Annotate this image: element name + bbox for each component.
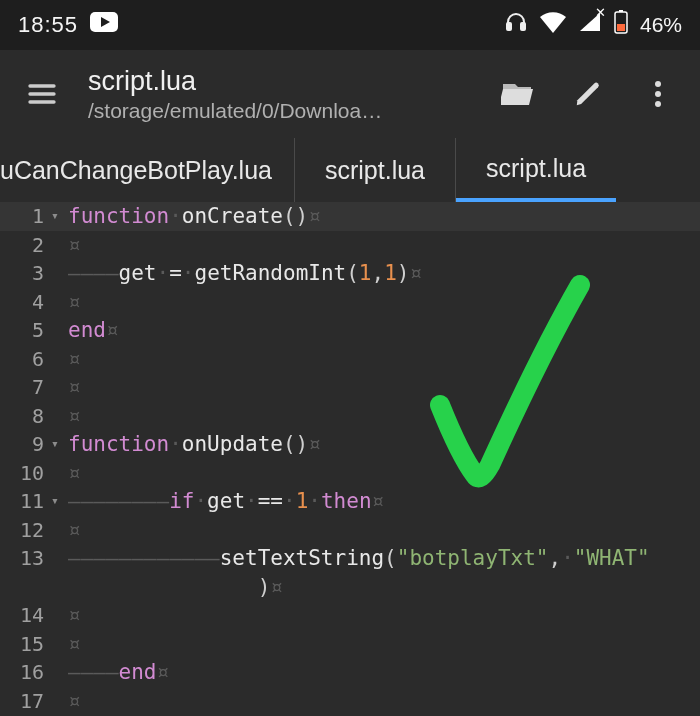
page-title: script.lua (88, 66, 472, 97)
code-content[interactable]: ————————if·get·==·1·then¤ (64, 487, 700, 516)
overflow-menu-button[interactable] (634, 70, 682, 118)
line-number: 16 (0, 658, 46, 687)
tab-label: script.lua (325, 156, 425, 185)
code-line[interactable]: 7¤ (0, 373, 700, 402)
line-number: 10 (0, 459, 46, 488)
line-number: 11 (0, 487, 46, 516)
tab-script-1[interactable]: script.lua (295, 138, 456, 202)
code-line[interactable]: 8¤ (0, 402, 700, 431)
code-editor[interactable]: 1▾function·onCreate()¤2¤3————get·=·getRa… (0, 202, 700, 716)
open-folder-button[interactable] (494, 70, 542, 118)
code-content[interactable]: ¤ (64, 402, 700, 431)
tab-bar: uCanChangeBotPlay.lua script.lua script.… (0, 138, 700, 202)
edit-button[interactable] (564, 70, 612, 118)
code-line[interactable]: 3————get·=·getRandomInt(1,1)¤ (0, 259, 700, 288)
code-content[interactable]: ¤ (64, 601, 700, 630)
code-content[interactable]: ¤ (64, 288, 700, 317)
line-number: 8 (0, 402, 46, 431)
code-line[interactable]: )¤ (0, 573, 700, 602)
line-number: 1 (0, 202, 46, 231)
line-number: 7 (0, 373, 46, 402)
app-bar: script.lua /storage/emulated/0/Downloa… (0, 50, 700, 138)
line-number: 12 (0, 516, 46, 545)
code-content[interactable]: ¤ (64, 630, 700, 659)
code-content[interactable]: end¤ (64, 316, 700, 345)
code-line[interactable]: 16————end¤ (0, 658, 700, 687)
fold-marker[interactable]: ▾ (46, 487, 64, 516)
headset-icon (504, 10, 528, 40)
code-content[interactable]: ¤ (64, 345, 700, 374)
youtube-icon (90, 12, 118, 38)
code-content[interactable]: ————————————setTextString("botplayTxt",·… (64, 544, 700, 573)
code-line[interactable]: 4¤ (0, 288, 700, 317)
code-line[interactable]: 12¤ (0, 516, 700, 545)
code-line[interactable]: 1▾function·onCreate()¤ (0, 202, 700, 231)
line-number: 15 (0, 630, 46, 659)
svg-point-10 (655, 101, 661, 107)
tab-script-2[interactable]: script.lua (456, 138, 616, 202)
line-number: 3 (0, 259, 46, 288)
line-number: 4 (0, 288, 46, 317)
clock: 18:55 (18, 12, 78, 38)
code-content[interactable]: )¤ (64, 573, 700, 602)
battery-icon (614, 10, 628, 40)
battery-percent: 46% (640, 13, 682, 37)
code-line[interactable]: 5end¤ (0, 316, 700, 345)
code-content[interactable]: ————get·=·getRandomInt(1,1)¤ (64, 259, 700, 288)
code-content[interactable]: ¤ (64, 231, 700, 260)
code-line[interactable]: 11▾————————if·get·==·1·then¤ (0, 487, 700, 516)
status-bar: 18:55 ✕ 46% (0, 0, 700, 50)
code-line[interactable]: 14¤ (0, 601, 700, 630)
code-line[interactable]: 2¤ (0, 231, 700, 260)
tab-ucanchangebotplay[interactable]: uCanChangeBotPlay.lua (0, 138, 295, 202)
code-content[interactable]: ¤ (64, 516, 700, 545)
svg-point-9 (655, 91, 661, 97)
code-content[interactable]: function·onUpdate()¤ (64, 430, 700, 459)
line-number: 6 (0, 345, 46, 374)
line-number: 17 (0, 687, 46, 716)
line-number: 5 (0, 316, 46, 345)
code-line[interactable]: 15¤ (0, 630, 700, 659)
code-line[interactable]: 9▾function·onUpdate()¤ (0, 430, 700, 459)
fold-marker[interactable]: ▾ (46, 202, 64, 231)
line-number: 13 (0, 544, 46, 573)
code-content[interactable]: ¤ (64, 373, 700, 402)
menu-button[interactable] (18, 70, 66, 118)
tab-label: script.lua (486, 154, 586, 183)
code-line[interactable]: 10¤ (0, 459, 700, 488)
line-number: 14 (0, 601, 46, 630)
code-line[interactable]: 13————————————setTextString("botplayTxt"… (0, 544, 700, 573)
line-number: 9 (0, 430, 46, 459)
svg-rect-7 (617, 24, 625, 31)
line-number: 2 (0, 231, 46, 260)
code-content[interactable]: ¤ (64, 459, 700, 488)
fold-marker[interactable]: ▾ (46, 430, 64, 459)
code-content[interactable]: ¤ (64, 687, 700, 716)
signal-icon: ✕ (578, 11, 602, 39)
code-content[interactable]: function·onCreate()¤ (64, 202, 700, 231)
code-line[interactable]: 6¤ (0, 345, 700, 374)
tab-label: uCanChangeBotPlay.lua (0, 156, 272, 185)
code-line[interactable]: 17¤ (0, 687, 700, 716)
page-subtitle: /storage/emulated/0/Downloa… (88, 99, 472, 123)
svg-point-8 (655, 81, 661, 87)
svg-rect-3 (521, 23, 525, 30)
wifi-icon (540, 11, 566, 39)
code-content[interactable]: ————end¤ (64, 658, 700, 687)
svg-rect-2 (507, 23, 511, 30)
